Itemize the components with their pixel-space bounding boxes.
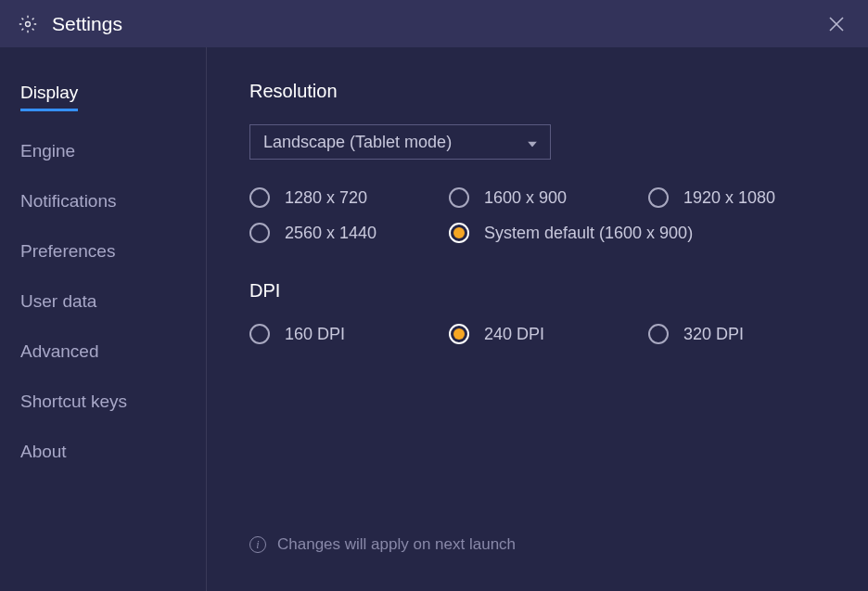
sidebar-item-advanced[interactable]: Advanced — [20, 341, 99, 362]
sidebar-item-label: Advanced — [20, 341, 99, 361]
radio-icon — [648, 187, 669, 208]
sidebar-item-label: Notifications — [20, 191, 117, 211]
chevron-down-icon — [528, 133, 537, 152]
radio-dot-icon — [453, 227, 465, 238]
dpi-option-240[interactable]: 240 DPI — [449, 324, 648, 344]
sidebar-item-preferences[interactable]: Preferences — [20, 241, 115, 262]
sidebar-item-notifications[interactable]: Notifications — [20, 191, 117, 212]
radio-label: 2560 x 1440 — [285, 224, 377, 243]
info-icon: i — [249, 536, 266, 553]
sidebar-item-label: User data — [20, 291, 96, 311]
sidebar-item-label: Engine — [20, 141, 75, 161]
orientation-select[interactable]: Landscape (Tablet mode) — [249, 124, 551, 160]
titlebar: Settings — [0, 0, 868, 47]
orientation-select-value: Landscape (Tablet mode) — [263, 133, 452, 152]
resolution-radio-group: 1280 x 720 1600 x 900 1920 x 1080 2560 x… — [249, 187, 831, 243]
sidebar-item-label: Shortcut keys — [20, 392, 127, 411]
sidebar: Display Engine Notifications Preferences… — [0, 47, 207, 591]
sidebar-item-engine[interactable]: Engine — [20, 141, 75, 161]
main-panel: Resolution Landscape (Tablet mode) 1280 … — [207, 47, 868, 591]
radio-icon — [249, 223, 270, 243]
sidebar-item-shortcutkeys[interactable]: Shortcut keys — [20, 392, 127, 412]
radio-icon — [648, 324, 669, 344]
radio-label: 160 DPI — [285, 325, 345, 344]
sidebar-item-label: About — [20, 442, 67, 461]
info-bar: i Changes will apply on next launch — [249, 535, 516, 554]
sidebar-item-userdata[interactable]: User data — [20, 291, 96, 312]
resolution-option-1600x900[interactable]: 1600 x 900 — [449, 187, 648, 208]
radio-label: 320 DPI — [683, 325, 744, 344]
info-text: Changes will apply on next launch — [277, 535, 516, 554]
gear-icon — [19, 15, 37, 33]
resolution-option-1280x720[interactable]: 1280 x 720 — [249, 187, 449, 208]
resolution-option-2560x1440[interactable]: 2560 x 1440 — [249, 223, 449, 243]
svg-point-0 — [26, 21, 31, 26]
dpi-option-160[interactable]: 160 DPI — [249, 324, 449, 344]
resolution-option-1920x1080[interactable]: 1920 x 1080 — [648, 187, 831, 208]
sidebar-item-label: Display — [20, 83, 78, 102]
sidebar-item-about[interactable]: About — [20, 442, 67, 462]
radio-icon — [249, 324, 270, 344]
radio-dot-icon — [453, 328, 465, 340]
close-icon — [829, 17, 844, 32]
radio-label: 1920 x 1080 — [683, 188, 775, 208]
dpi-title: DPI — [249, 280, 831, 302]
radio-icon — [449, 187, 469, 208]
radio-label: 1280 x 720 — [285, 188, 367, 208]
radio-label: 240 DPI — [484, 325, 544, 344]
window-title: Settings — [52, 13, 122, 35]
sidebar-item-label: Preferences — [20, 241, 115, 261]
radio-icon — [449, 223, 469, 243]
resolution-title: Resolution — [249, 81, 831, 102]
radio-icon — [249, 187, 270, 208]
resolution-option-systemdefault[interactable]: System default (1600 x 900) — [449, 223, 831, 243]
dpi-option-320[interactable]: 320 DPI — [648, 324, 831, 344]
sidebar-item-display[interactable]: Display — [20, 83, 78, 111]
close-button[interactable] — [822, 9, 851, 39]
radio-label: System default (1600 x 900) — [484, 224, 693, 243]
radio-icon — [449, 324, 469, 344]
dpi-radio-group: 160 DPI 240 DPI 320 DPI — [249, 324, 831, 344]
radio-label: 1600 x 900 — [484, 188, 567, 208]
